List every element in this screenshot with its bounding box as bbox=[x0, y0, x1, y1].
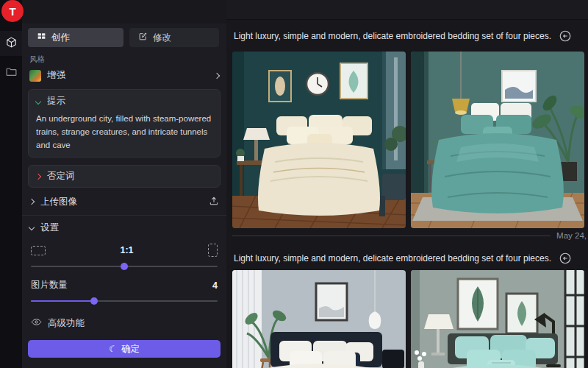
generation-row bbox=[232, 270, 584, 368]
generation-group-header: Light luxury, simple and modern, delicat… bbox=[234, 250, 588, 266]
confirm-button-label: 确定 bbox=[121, 343, 140, 355]
prompt-card[interactable]: 提示 An underground city, filled with stea… bbox=[28, 89, 220, 158]
app-logo[interactable]: T bbox=[1, 0, 24, 22]
upload-icon bbox=[209, 196, 219, 208]
left-rail: T bbox=[0, 0, 22, 368]
slider-thumb[interactable] bbox=[121, 263, 128, 270]
negative-prompt-header[interactable]: 否定词 bbox=[36, 170, 212, 183]
generated-image-3[interactable] bbox=[232, 270, 406, 368]
divider-line bbox=[232, 236, 551, 236]
moon-icon: ☾ bbox=[107, 344, 118, 355]
panel-top-strip bbox=[22, 0, 226, 24]
upload-image-row[interactable]: 上传图像 bbox=[29, 191, 219, 212]
edit-pencil-icon bbox=[138, 32, 148, 43]
generation-panel: 创作 修改 风格 增强 提 bbox=[22, 0, 226, 368]
landscape-ratio-icon[interactable] bbox=[31, 246, 46, 255]
date-divider: May 24, bbox=[232, 231, 587, 240]
image-count-label: 图片数量 bbox=[31, 279, 68, 291]
chevron-right-icon bbox=[214, 72, 220, 78]
tab-create[interactable]: 创作 bbox=[28, 28, 123, 47]
tab-create-label: 创作 bbox=[51, 32, 70, 44]
tab-modify[interactable]: 修改 bbox=[129, 28, 219, 47]
image-count-row: 图片数量 4 bbox=[31, 279, 218, 291]
chevron-right-icon bbox=[29, 199, 35, 205]
style-section-label: 风格 bbox=[29, 54, 219, 65]
prompt-input[interactable]: An underground city, filled with steam-p… bbox=[36, 113, 212, 152]
aspect-ratio-row: 1:1 bbox=[31, 244, 218, 257]
negative-prompt-card[interactable]: 否定词 bbox=[28, 165, 220, 188]
rail-item-models[interactable] bbox=[0, 31, 22, 56]
rail-item-files[interactable] bbox=[0, 60, 22, 85]
date-label: May 24, bbox=[556, 231, 587, 240]
confirm-button[interactable]: ☾ 确定 bbox=[28, 340, 220, 358]
generation-prompt-text: Light luxury, simple and modern, delicat… bbox=[234, 253, 551, 263]
mode-tabs: 创作 修改 bbox=[28, 28, 220, 47]
prompt-label: 提示 bbox=[47, 95, 65, 107]
chevron-right-icon bbox=[35, 174, 41, 180]
settings-header[interactable]: 设置 bbox=[29, 217, 219, 238]
generated-image-2[interactable] bbox=[411, 52, 584, 228]
negative-prompt-label: 否定词 bbox=[47, 170, 75, 183]
portrait-ratio-icon[interactable] bbox=[208, 244, 218, 257]
generation-row bbox=[232, 52, 584, 228]
generation-prompt-text: Light luxury, simple and modern, delicat… bbox=[234, 31, 551, 41]
settings-label: 设置 bbox=[40, 222, 59, 234]
gallery-top-strip bbox=[226, 0, 588, 20]
prompt-header[interactable]: 提示 bbox=[36, 95, 212, 107]
aspect-ratio-slider[interactable] bbox=[31, 263, 218, 270]
folder-icon bbox=[5, 66, 18, 81]
slider-fill bbox=[31, 300, 94, 302]
advanced-features-label: 高级功能 bbox=[48, 317, 85, 330]
grid-icon bbox=[37, 32, 46, 43]
style-section: 风格 增强 bbox=[29, 54, 219, 82]
app-window: T bbox=[0, 0, 588, 368]
eye-icon bbox=[31, 316, 42, 330]
tab-modify-label: 修改 bbox=[153, 32, 171, 44]
chevron-down-icon bbox=[35, 98, 41, 104]
slider-thumb[interactable] bbox=[90, 297, 98, 305]
advanced-features-row[interactable]: 高级功能 bbox=[31, 316, 218, 330]
chevron-down-icon bbox=[29, 224, 35, 230]
gallery-area: Light luxury, simple and modern, delicat… bbox=[226, 0, 588, 368]
aspect-ratio-value: 1:1 bbox=[46, 245, 208, 255]
cube-icon bbox=[5, 36, 18, 52]
generated-image-1[interactable] bbox=[232, 52, 406, 228]
app-logo-letter: T bbox=[9, 5, 15, 18]
image-count-value: 4 bbox=[212, 280, 218, 291]
generated-image-4[interactable] bbox=[411, 270, 584, 368]
reuse-prompt-icon[interactable] bbox=[559, 252, 572, 265]
style-thumbnail bbox=[29, 70, 41, 82]
generation-group-header: Light luxury, simple and modern, delicat… bbox=[234, 28, 588, 44]
image-count-slider[interactable] bbox=[31, 297, 218, 305]
divider bbox=[22, 215, 226, 216]
reuse-prompt-icon[interactable] bbox=[559, 29, 572, 43]
upload-image-label: 上传图像 bbox=[40, 196, 77, 208]
style-selector[interactable]: 增强 bbox=[29, 69, 219, 82]
style-value: 增强 bbox=[47, 69, 215, 82]
